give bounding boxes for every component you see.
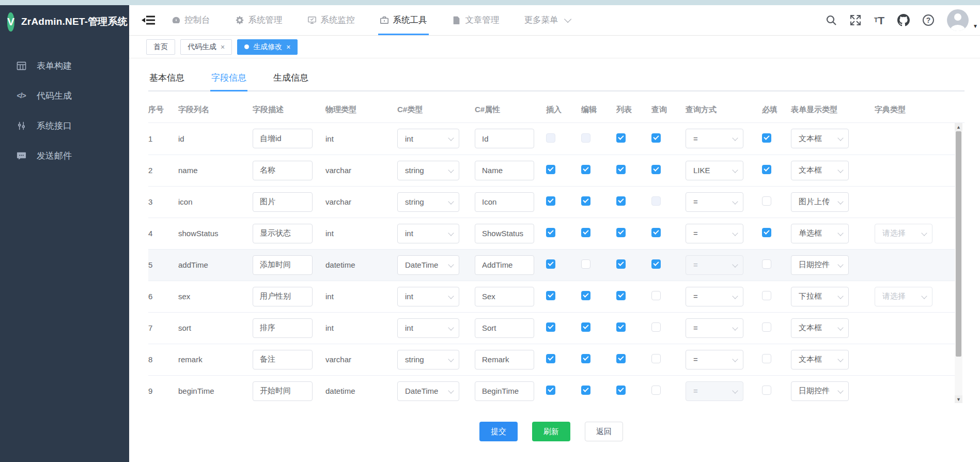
sidebar-item-system-api[interactable]: 系统接口 — [0, 111, 129, 141]
nav-item-system-tools[interactable]: 系统工具 — [378, 5, 429, 35]
cs-type-select[interactable]: int — [397, 287, 459, 306]
sidebar-item-send-mail[interactable]: 发送邮件 — [0, 141, 129, 171]
tab-gen-info[interactable]: 生成信息 — [272, 70, 309, 90]
list-checkbox[interactable] — [616, 133, 626, 143]
help-icon[interactable]: ? — [923, 14, 934, 26]
menu-fold-icon[interactable] — [142, 14, 155, 26]
list-checkbox[interactable] — [616, 354, 626, 363]
query-checkbox[interactable] — [651, 165, 661, 174]
tab-field-info[interactable]: 字段信息 — [210, 70, 247, 90]
insert-checkbox[interactable] — [546, 259, 555, 269]
display-type-select[interactable]: 文本框 — [791, 318, 849, 338]
tab-basic-info[interactable]: 基本信息 — [148, 70, 185, 90]
list-checkbox[interactable] — [616, 386, 626, 395]
query-checkbox[interactable] — [651, 133, 661, 143]
list-checkbox[interactable] — [616, 259, 626, 269]
edit-checkbox[interactable] — [581, 196, 590, 206]
submit-button[interactable]: 提交 — [479, 422, 518, 441]
query-checkbox[interactable] — [651, 228, 661, 237]
cs-property-input[interactable] — [475, 318, 534, 338]
display-type-select[interactable]: 下拉框 — [791, 287, 849, 306]
table-scrollbar[interactable]: ▲ ▼ — [955, 123, 962, 403]
nav-item-article-manage[interactable]: 文章管理 — [450, 5, 501, 35]
display-type-select[interactable]: 图片上传 — [791, 192, 849, 212]
required-checkbox[interactable] — [762, 196, 771, 206]
insert-checkbox[interactable] — [546, 196, 555, 206]
query-type-select[interactable]: = — [686, 129, 743, 148]
required-checkbox[interactable] — [762, 133, 771, 143]
query-type-select[interactable]: LIKE — [686, 161, 743, 180]
edit-checkbox[interactable] — [581, 228, 590, 237]
table-scroll-area[interactable]: 1 id int int = 文本框 — [148, 123, 962, 403]
cs-property-input[interactable] — [475, 350, 534, 369]
tag-code-gen[interactable]: 代码生成 × — [180, 39, 232, 55]
field-desc-input[interactable] — [253, 161, 313, 180]
list-checkbox[interactable] — [616, 322, 626, 332]
field-desc-input[interactable] — [253, 255, 313, 275]
list-checkbox[interactable] — [616, 196, 626, 206]
scroll-down-icon[interactable]: ▼ — [955, 395, 962, 403]
edit-checkbox[interactable] — [581, 322, 590, 332]
required-checkbox[interactable] — [762, 354, 771, 363]
cs-type-select[interactable]: int — [397, 129, 459, 148]
dict-type-select[interactable]: 请选择 — [875, 224, 932, 243]
back-button[interactable]: 返回 — [585, 422, 623, 441]
github-icon[interactable] — [897, 14, 910, 26]
query-checkbox[interactable] — [651, 291, 661, 300]
insert-checkbox[interactable] — [546, 165, 555, 174]
required-checkbox[interactable] — [762, 228, 771, 237]
insert-checkbox[interactable] — [546, 228, 555, 237]
field-desc-input[interactable] — [253, 350, 313, 369]
tag-gen-edit[interactable]: 生成修改 × — [237, 39, 298, 55]
tag-home[interactable]: 首页 — [146, 39, 175, 55]
insert-checkbox[interactable] — [546, 322, 555, 332]
field-desc-input[interactable] — [253, 287, 313, 306]
cs-property-input[interactable] — [475, 192, 534, 212]
query-checkbox[interactable] — [651, 386, 661, 395]
list-checkbox[interactable] — [616, 165, 626, 174]
edit-checkbox[interactable] — [581, 386, 590, 395]
query-type-select[interactable]: = — [686, 287, 743, 306]
cs-type-select[interactable]: int — [397, 224, 459, 243]
required-checkbox[interactable] — [762, 291, 771, 300]
required-checkbox[interactable] — [762, 386, 771, 395]
app-logo[interactable]: V ZrAdmin.NET-管理系统 — [0, 5, 129, 38]
cs-type-select[interactable]: DateTime — [397, 381, 459, 401]
close-icon[interactable]: × — [221, 43, 225, 51]
display-type-select[interactable]: 单选框 — [791, 224, 849, 243]
required-checkbox[interactable] — [762, 259, 771, 269]
cs-property-input[interactable] — [475, 129, 534, 148]
display-type-select[interactable]: 文本框 — [791, 129, 849, 148]
nav-item-more-menu[interactable]: 更多菜单 — [523, 5, 571, 35]
field-desc-input[interactable] — [253, 381, 313, 401]
cs-type-select[interactable]: int — [397, 318, 459, 338]
cs-property-input[interactable] — [475, 381, 534, 401]
edit-checkbox[interactable] — [581, 291, 590, 300]
scroll-up-icon[interactable]: ▲ — [955, 123, 962, 131]
cs-type-select[interactable]: string — [397, 350, 459, 369]
query-type-select[interactable]: = — [686, 224, 743, 243]
dict-type-select[interactable]: 请选择 — [875, 287, 932, 306]
field-desc-input[interactable] — [253, 224, 313, 243]
field-desc-input[interactable] — [253, 192, 313, 212]
cs-property-input[interactable] — [475, 224, 534, 243]
display-type-select[interactable]: 文本框 — [791, 350, 849, 369]
display-type-select[interactable]: 日期控件 — [791, 255, 849, 275]
insert-checkbox[interactable] — [546, 354, 555, 363]
edit-checkbox[interactable] — [581, 165, 590, 174]
list-checkbox[interactable] — [616, 228, 626, 237]
query-checkbox[interactable] — [651, 354, 661, 363]
display-type-select[interactable]: 文本框 — [791, 161, 849, 180]
insert-checkbox[interactable] — [546, 386, 555, 395]
edit-checkbox[interactable] — [581, 354, 590, 363]
insert-checkbox[interactable] — [546, 291, 555, 300]
field-desc-input[interactable] — [253, 129, 313, 148]
search-icon[interactable] — [826, 14, 837, 26]
font-size-icon[interactable]: TT — [874, 15, 884, 26]
close-icon[interactable]: × — [286, 43, 290, 51]
cs-property-input[interactable] — [475, 287, 534, 306]
display-type-select[interactable]: 日期控件 — [791, 381, 849, 401]
sidebar-item-form-builder[interactable]: 表单构建 — [0, 51, 129, 81]
edit-checkbox[interactable] — [581, 259, 590, 269]
cs-property-input[interactable] — [475, 161, 534, 180]
